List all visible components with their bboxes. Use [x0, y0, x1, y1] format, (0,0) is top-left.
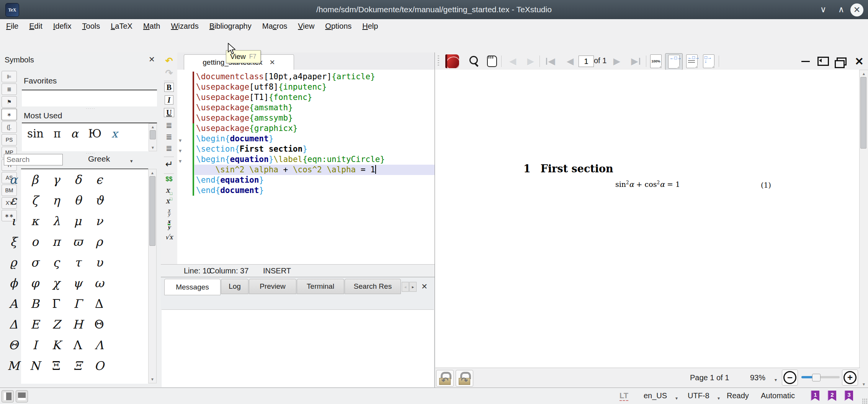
insert-mode-indicator[interactable]: INSERT [263, 267, 291, 275]
symbol-cell[interactable]: Θ [88, 314, 110, 335]
bookmark-1-button[interactable]: 1 [811, 391, 819, 401]
panel-tab-terminal[interactable]: Terminal [297, 279, 344, 294]
most-used-symbol[interactable]: α [71, 127, 78, 140]
pdf-scrollbar[interactable]: ▲ ▼ [859, 70, 868, 388]
scroll-follows-cursor-button[interactable]: ↶ [436, 370, 454, 387]
symbol-cell[interactable]: ϵ [88, 169, 110, 190]
fold-marker-icon[interactable]: ▼ [179, 156, 184, 167]
pdf-minimize-button[interactable] [799, 56, 812, 67]
code-line[interactable]: \section{First section} [196, 144, 307, 154]
symbol-cell[interactable]: M [3, 355, 24, 376]
align-center-button[interactable]: ≣ [161, 132, 177, 141]
symbol-cell[interactable]: υ [88, 252, 110, 273]
code-line[interactable]: \usepackage{amsmath} [196, 103, 293, 113]
symbol-cell[interactable]: δ [67, 169, 88, 190]
messages-content[interactable] [162, 309, 434, 387]
pdf-detach-button[interactable] [835, 56, 848, 67]
languagetool-status[interactable]: LT [620, 391, 628, 400]
menu-item-edit[interactable]: Edit [24, 22, 47, 31]
code-line[interactable]: \usepackage{amssymb} [196, 113, 293, 123]
fit-width-button[interactable]: ←□→ [665, 53, 683, 70]
toggle-bottom-panel-button[interactable] [16, 390, 28, 402]
window-maximize-button[interactable]: ∧ [835, 4, 848, 15]
splitter-dots[interactable]: ····· [22, 106, 160, 110]
symbol-cell[interactable]: β [24, 169, 46, 190]
encoding-select[interactable]: UTF-8 [688, 391, 709, 400]
symbol-cell[interactable]: Δ [3, 314, 24, 335]
menu-item-view[interactable]: View [293, 22, 320, 31]
fold-marker-icon[interactable]: ▼ [179, 136, 184, 146]
symbol-cell[interactable]: τ [67, 252, 88, 273]
bold-button[interactable]: B [161, 83, 177, 92]
symbol-cell[interactable]: K [46, 335, 67, 355]
menu-item-options[interactable]: Options [320, 22, 357, 31]
panel-tab-messages[interactable]: Messages [164, 279, 221, 295]
code-editor[interactable]: \documentclass[10pt,a4paper]{article}\us… [177, 70, 435, 264]
symbols-tab-most-used[interactable]: ∗ [2, 109, 17, 120]
symbols-tab-structure[interactable]: ⊫ [2, 71, 17, 82]
menu-item-bibliography[interactable]: Bibliography [204, 22, 257, 31]
page-number-input[interactable] [579, 56, 594, 67]
symbol-cell[interactable]: χ [46, 273, 67, 293]
symbol-cell[interactable]: ρ [88, 231, 110, 252]
symbols-tab-brackets[interactable]: ([. [2, 121, 17, 133]
history-forward-button[interactable]: ▶ [524, 54, 538, 68]
pdf-hand-tool-button[interactable] [485, 54, 499, 68]
panel-tab-log[interactable]: Log [221, 279, 248, 294]
line-ending-indicator[interactable]: Automatic [761, 391, 795, 400]
most-used-symbol[interactable]: x [111, 127, 118, 140]
zoom-in-button[interactable]: + [842, 370, 858, 386]
tabs-scroll-right-button[interactable]: ▸ [409, 282, 417, 292]
fraction-small-button[interactable]: xy [161, 209, 177, 218]
symbol-cell[interactable]: E [24, 314, 46, 335]
align-left-button[interactable]: ≣ [161, 121, 177, 130]
symbol-cell[interactable]: η [46, 190, 67, 211]
symbols-panel-close-icon[interactable]: ✕ [149, 55, 155, 64]
toolbar-grip[interactable] [438, 56, 439, 67]
menu-item-macros[interactable]: Macros [257, 22, 293, 31]
toggle-sidebar-button[interactable] [2, 390, 14, 402]
symbol-cell[interactable]: ϖ [67, 231, 88, 252]
symbol-cell[interactable]: ϱ [3, 252, 24, 273]
zoom-slider[interactable] [801, 376, 840, 378]
symbol-cell[interactable]: H [67, 314, 88, 335]
window-close-button[interactable]: ✕ [850, 3, 863, 16]
symbol-cell[interactable]: Λ [67, 335, 88, 355]
zoom-100-button[interactable]: 100% [649, 54, 663, 68]
symbol-cell[interactable]: ν [88, 211, 110, 231]
symbol-cell[interactable]: O [88, 355, 110, 376]
menu-item-latex[interactable]: LaTeX [105, 22, 138, 31]
symbol-cell[interactable]: ω [88, 273, 110, 293]
code-line[interactable]: \sin^2 \alpha + \cos^2 \alpha = 1 [196, 165, 376, 175]
pdf-document-button[interactable] [445, 54, 459, 68]
symbol-cell[interactable]: ι [3, 211, 24, 231]
symbol-cell[interactable]: σ [24, 252, 46, 273]
menu-item-math[interactable]: Math [138, 22, 165, 31]
nav-back-button[interactable]: ↶ [161, 56, 177, 66]
cursor-follows-scroll-button[interactable]: ↷ [456, 370, 473, 387]
symbol-cell[interactable]: ζ [24, 190, 46, 211]
symbol-cell[interactable]: π [46, 231, 67, 252]
first-page-button[interactable]: ◀ [543, 54, 559, 68]
chevron-down-icon[interactable]: ▾ [675, 396, 678, 401]
symbol-cell[interactable]: ε [3, 190, 24, 211]
previous-page-button[interactable]: ◀ [563, 54, 577, 68]
chevron-down-icon[interactable]: ▾ [718, 396, 720, 401]
symbol-cell[interactable]: φ [24, 273, 46, 293]
italic-button[interactable]: I [161, 96, 177, 105]
fold-marker-icon[interactable]: ▼ [179, 146, 184, 156]
code-line[interactable]: \end{equation} [196, 175, 264, 185]
symbol-cell[interactable]: κ [24, 211, 46, 231]
symbol-cell[interactable]: I [24, 335, 46, 355]
subscript-button[interactable]: x□ [161, 186, 177, 196]
code-line[interactable]: \usepackage[utf8]{inputenc} [196, 82, 327, 92]
symbol-search-input[interactable] [4, 154, 63, 165]
symbol-cell[interactable]: ϑ [88, 190, 110, 211]
fit-text-width-button[interactable]: ←□→ [685, 54, 699, 68]
code-line[interactable]: \usepackage{graphicx} [196, 123, 298, 134]
symbol-cell[interactable]: Γ [67, 293, 88, 314]
most-used-symbol[interactable]: sin [27, 127, 44, 140]
most-used-scrollbar[interactable]: ▲ ▼ [149, 123, 157, 151]
symbols-tab-bookmarks[interactable]: ⚑ [2, 96, 17, 108]
display-math-button[interactable]: $$ [161, 176, 177, 183]
